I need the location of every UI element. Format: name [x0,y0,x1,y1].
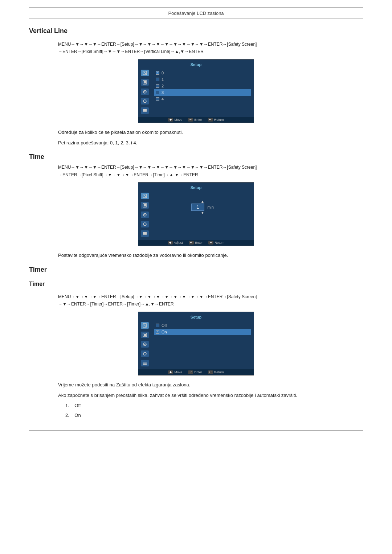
timer-list-item-2: 2. On [65,412,363,419]
osd-return-v: ↩ Return [208,118,224,122]
timer-desc2: Ako započnete s brisanjem preostalih sli… [58,392,363,399]
osd-bottom-time: ◆ Adjust ↵ Enter ↩ Return [138,240,254,246]
osd-enter-t: ↵ Enter [189,241,203,245]
bottom-rule [29,430,363,431]
svg-point-15 [144,214,146,216]
osd-screen-vertical: Setup [138,59,254,123]
osd-check-v3 [156,91,159,94]
osd-enter-tm: ↵ Enter [188,370,202,374]
svg-line-21 [144,324,146,327]
osd-check-v0: ✓ [156,71,159,75]
osd-icon-tm3 [141,350,149,357]
osd-sidebar-vertical [138,68,151,115]
svg-rect-17 [143,232,147,233]
osd-item-tm-on: ✓ On [154,329,251,335]
osd-icon-tm0 [141,322,149,329]
osd-enter-v: ↵ Enter [188,118,202,122]
svg-rect-19 [143,234,147,235]
osd-check-v1 [156,78,159,81]
svg-line-11 [144,195,146,197]
osd-icon-1 [141,79,149,86]
osd-title-timer: Setup [138,314,254,321]
timer-sub-heading: Timer [29,281,363,287]
time-desc1: Postavite odgovarajuće vremensko razdobl… [58,252,363,259]
osd-item-v4: 4 [154,96,251,102]
osd-sidebar-timer [138,321,151,368]
osd-icon-t1 [141,202,149,209]
time-nav-path: MENU→▼→▼→▼→ENTER→[Setup]→▼→▼→▼→▼→▼→▼→▼→▼… [58,164,363,178]
svg-rect-9 [143,111,147,112]
vertical-line-screen: Setup [29,59,363,123]
svg-rect-3 [144,81,146,83]
osd-return-t: ↩ Return [208,241,224,245]
osd-screen-timer: Setup [138,312,254,376]
osd-stepper-row: 1 min [191,204,214,211]
svg-rect-7 [143,109,147,110]
svg-rect-8 [143,110,147,111]
osd-stepper: ▲ 1 min ▼ [154,193,251,222]
svg-point-6 [143,100,146,103]
osd-item-v1: 1 [154,76,251,83]
osd-icon-t2 [141,212,149,218]
osd-icon-3 [141,98,149,104]
osd-content-vertical: ✓ 0 1 2 3 [151,68,254,115]
osd-bottom-timer: ◆ Move ↵ Enter ↩ Return [138,369,254,375]
osd-return-tm: ↩ Return [208,370,224,374]
osd-stepper-unit: min [207,205,214,209]
osd-item-tm-off: Off [154,322,251,329]
top-rule [29,7,363,8]
osd-icon-tm2 [141,341,149,348]
vertical-line-desc2: Pet razina podešavanja: 0, 1, 2, 3, i 4. [58,139,363,147]
svg-rect-28 [143,363,147,364]
osd-item-v0: ✓ 0 [154,70,251,76]
osd-move-tm: ◆ Move [168,370,182,374]
svg-rect-18 [143,233,147,234]
timer-list-item-1: 1. Off [65,402,363,410]
svg-rect-13 [144,204,146,206]
osd-stepper-value: 1 [191,204,204,211]
vertical-line-nav-path: MENU→▼→▼→▼→ENTER→[Setup]→▼→▼→▼→▼→▼→▼→▼→▼… [58,41,363,56]
osd-content-time: ▲ 1 min ▼ [151,191,254,238]
page-title: Podešavanje LCD zaslona [29,11,363,19]
osd-item-v3: 3 [154,89,251,96]
osd-bottom-vertical: ◆ Move ↵ Enter ↩ Return [138,117,254,123]
svg-point-16 [143,223,146,226]
svg-point-26 [143,352,146,355]
osd-icon-4 [141,107,149,114]
timer-desc1: Vrijeme možete podesiti na Zaštitu od ef… [58,381,363,389]
timer-section-heading: Timer [29,266,363,274]
osd-title-vertical: Setup [138,62,254,68]
page-container: Podešavanje LCD zaslona Vertical Line ME… [0,0,392,445]
osd-check-v4 [156,97,159,101]
svg-point-25 [144,344,146,345]
svg-point-5 [144,91,146,92]
osd-title-time: Setup [138,185,254,191]
svg-rect-27 [143,362,147,362]
vertical-line-heading: Vertical Line [29,27,363,35]
svg-line-1 [144,72,146,74]
osd-icon-tm1 [141,332,149,338]
vertical-line-desc1: Određuje za koliko će se piksela zaslon … [58,129,363,136]
osd-icon-t3 [141,221,149,227]
osd-icon-0 [141,70,149,76]
osd-adjust-t: ◆ Adjust [168,241,183,245]
osd-check-tm-off [156,324,159,327]
osd-content-timer: Off ✓ On [151,321,254,368]
osd-check-v2 [156,84,159,88]
osd-icon-t4 [141,230,149,237]
osd-check-tm-on: ✓ [156,330,159,334]
osd-icon-t0 [141,193,149,199]
osd-screen-time: Setup [138,182,254,246]
osd-icon-tm4 [141,360,149,366]
time-screen: Setup [29,182,363,246]
timer-screen: Setup [29,312,363,376]
time-heading: Time [29,153,363,161]
svg-rect-29 [143,364,147,365]
osd-arrow-up: ▲ [201,200,204,204]
timer-nav-path: MENU→▼→▼→▼→ENTER→[Setup]→▼→▼→▼→▼→▼→▼→▼→▼… [58,293,363,308]
osd-icon-2 [141,89,149,95]
osd-move-v: ◆ Move [168,118,182,122]
osd-item-v2: 2 [154,83,251,89]
svg-rect-23 [144,334,146,336]
osd-sidebar-time [138,191,151,238]
